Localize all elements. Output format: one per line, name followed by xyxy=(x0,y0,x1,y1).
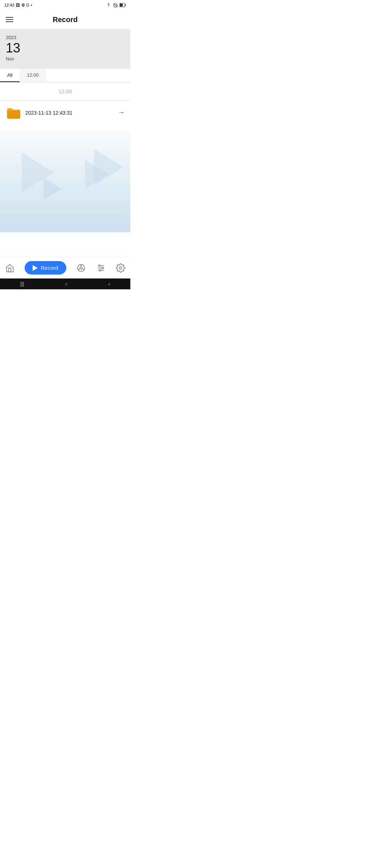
record-button-label: Record xyxy=(41,265,58,271)
date-month: Nov xyxy=(6,56,125,61)
wifi-icon xyxy=(106,3,112,7)
alarm-off-icon xyxy=(113,3,118,8)
time-section-header: 12:00 xyxy=(0,82,130,101)
page-title: Record xyxy=(53,16,78,24)
home-button[interactable]: ○ xyxy=(65,281,68,287)
nav-drive[interactable] xyxy=(76,263,86,273)
svg-rect-4 xyxy=(125,4,126,6)
arrow-right-icon: → xyxy=(118,109,125,116)
status-1-badge: ① xyxy=(21,3,25,8)
menu-line-3 xyxy=(6,21,13,22)
status-left: 12:43 🖼 ① G • xyxy=(4,3,32,8)
status-dot: • xyxy=(31,3,32,7)
svg-point-14 xyxy=(102,267,103,268)
app-header: Record xyxy=(0,10,130,29)
home-icon xyxy=(5,263,14,273)
status-right xyxy=(106,3,126,8)
recent-apps-button[interactable]: ||| xyxy=(20,281,24,287)
menu-line-2 xyxy=(6,19,13,20)
sliders-icon xyxy=(96,263,106,273)
nav-settings[interactable] xyxy=(116,263,125,273)
record-timestamp: 2023-11-13 12:43:31 xyxy=(25,110,113,116)
settings-icon xyxy=(116,263,125,273)
watermark-background xyxy=(0,131,130,232)
svg-rect-3 xyxy=(120,4,123,7)
svg-point-13 xyxy=(98,265,100,266)
nav-record-button[interactable]: Record xyxy=(25,261,66,275)
status-bar: 12:43 🖼 ① G • xyxy=(0,0,130,10)
tab-time[interactable]: 12:00 xyxy=(20,69,46,82)
status-time: 12:43 xyxy=(4,3,14,7)
play-icon xyxy=(33,265,38,271)
watermark-triangles xyxy=(0,131,130,232)
bottom-nav: Record xyxy=(0,257,130,278)
menu-button[interactable] xyxy=(6,17,13,22)
svg-point-6 xyxy=(80,267,83,269)
watermark-tri-3 xyxy=(85,160,109,189)
svg-point-16 xyxy=(119,267,122,269)
menu-line-1 xyxy=(6,17,13,18)
date-day: 13 xyxy=(6,41,125,55)
status-g-icon: G xyxy=(26,3,30,7)
nav-filter[interactable] xyxy=(96,263,106,273)
date-card: 2023 13 Nov xyxy=(0,29,130,69)
svg-point-0 xyxy=(114,4,117,7)
steering-wheel-icon xyxy=(76,263,86,273)
svg-point-15 xyxy=(99,269,101,271)
main-content: 2023 13 Nov All 12:00 12:00 2023-11-13 1… xyxy=(0,29,130,257)
system-nav-bar: ||| ○ ‹ xyxy=(0,278,130,289)
back-button[interactable]: ‹ xyxy=(108,281,110,287)
tab-all[interactable]: All xyxy=(0,69,20,82)
watermark-tri-4 xyxy=(43,178,62,200)
status-image-icon: 🖼 xyxy=(16,3,20,7)
svg-line-8 xyxy=(78,268,80,270)
tabs-bar: All 12:00 xyxy=(0,69,130,82)
battery-icon xyxy=(119,3,126,7)
svg-line-9 xyxy=(82,268,84,270)
record-list-item[interactable]: 2023-11-13 12:43:31 → xyxy=(0,101,130,125)
date-year: 2023 xyxy=(6,35,125,40)
nav-home[interactable] xyxy=(5,263,14,273)
folder-icon xyxy=(6,107,20,119)
